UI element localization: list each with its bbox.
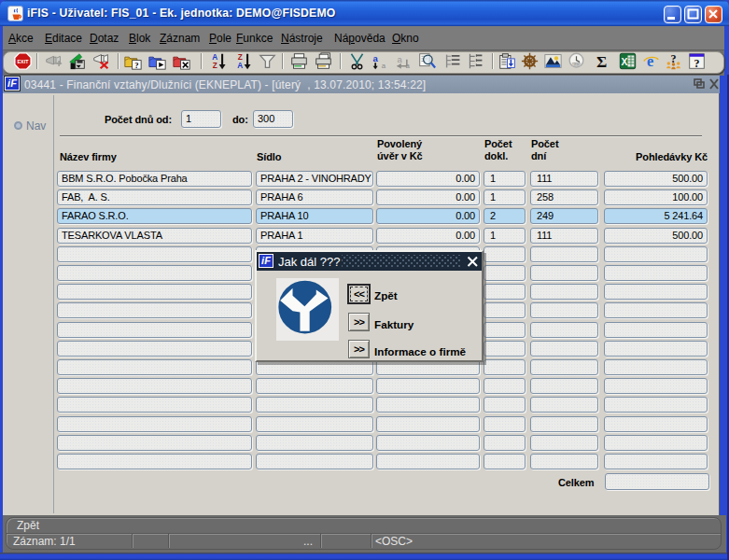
svg-text:?: ?: [694, 57, 699, 70]
svg-text:a: a: [397, 54, 402, 64]
svg-text:a: a: [382, 62, 386, 70]
svg-text:a: a: [373, 53, 379, 63]
svg-text:Z: Z: [213, 62, 217, 70]
svg-text:Z: Z: [238, 53, 243, 62]
svg-text:1314: 1314: [573, 63, 580, 66]
svg-text:e: e: [647, 52, 653, 70]
svg-text:?: ?: [134, 61, 138, 70]
svg-text:A: A: [237, 62, 243, 70]
svg-text:Σ: Σ: [596, 53, 607, 70]
svg-text:A: A: [212, 53, 217, 62]
svg-text:X: X: [622, 57, 628, 67]
svg-text:a: a: [406, 62, 411, 70]
svg-text:EXIT: EXIT: [18, 59, 30, 64]
